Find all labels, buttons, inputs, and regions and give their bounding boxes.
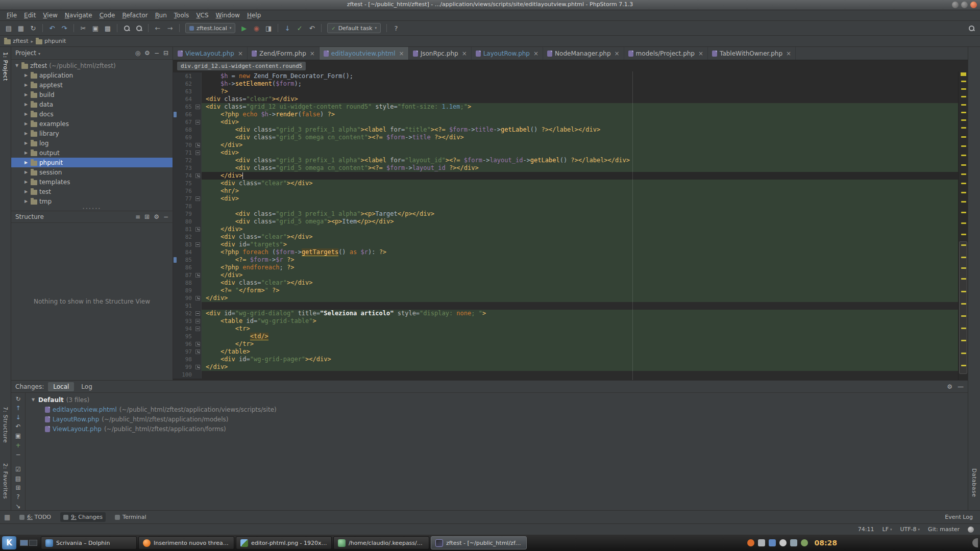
- warning-mark[interactable]: [961, 222, 966, 224]
- menu-run[interactable]: Run: [152, 11, 170, 20]
- code-line-81[interactable]: 81 </div>: [173, 226, 958, 233]
- menu-vcs[interactable]: VCS: [192, 11, 212, 20]
- fold-marker[interactable]: [194, 172, 201, 180]
- tray-display-icon[interactable]: [790, 539, 797, 546]
- tab-models-project-php[interactable]: models/Project.php×: [624, 47, 708, 60]
- help-icon[interactable]: ?: [390, 22, 402, 34]
- undo-icon[interactable]: ↶: [46, 22, 58, 34]
- tab-jsonrpc-php[interactable]: JsonRpc.php×: [409, 47, 472, 60]
- redo-icon[interactable]: ↷: [59, 22, 70, 34]
- menu-code[interactable]: Code: [96, 11, 119, 20]
- close-button[interactable]: [970, 2, 977, 8]
- code-line-65[interactable]: 65<div class="grid_12 ui-widget-content …: [173, 103, 958, 111]
- tab-nodemanager-php[interactable]: NodeManager.php×: [543, 47, 624, 60]
- task-phpstorm[interactable]: zftest - [~/public_html/zftest] - .../a: [431, 536, 527, 549]
- tree-item-log[interactable]: ▶log: [11, 138, 173, 148]
- code-line-69[interactable]: 69 <div class="grid_5 omega cn_content">…: [173, 134, 958, 141]
- tab-zend-form-php[interactable]: Zend/Form.php×: [248, 47, 320, 60]
- tab-layoutrow-php[interactable]: LayoutRow.php×: [472, 47, 543, 60]
- cut-icon[interactable]: ✂: [78, 22, 89, 34]
- code-line-64[interactable]: 64<div class="clear"></div>: [173, 95, 958, 103]
- task-select[interactable]: ✓Default task▾: [327, 23, 381, 33]
- code-line-84[interactable]: 84 <?php foreach ($form->getTargets() as…: [173, 248, 958, 256]
- code-line-76[interactable]: 76 <hr/>: [173, 187, 958, 195]
- revert-icon[interactable]: ↶: [13, 422, 23, 431]
- close-icon[interactable]: ×: [238, 50, 243, 57]
- fold-marker[interactable]: [194, 271, 201, 279]
- caret-position[interactable]: 74:11: [858, 526, 874, 533]
- expand-icon[interactable]: ⊞: [13, 484, 23, 492]
- hide-icon[interactable]: −: [154, 50, 159, 56]
- toolwindow-button-terminal[interactable]: Terminal: [112, 512, 150, 522]
- code-line-74[interactable]: 74 </div>: [173, 172, 958, 180]
- toolwindow-button-event-log[interactable]: Event Log: [942, 512, 976, 522]
- warning-mark[interactable]: [961, 88, 966, 90]
- hide-icon[interactable]: —: [958, 384, 964, 390]
- fold-marker[interactable]: [194, 141, 201, 149]
- commit-icon[interactable]: ✓: [294, 22, 305, 34]
- code-line-71[interactable]: 71 <div>: [173, 149, 958, 157]
- tree-item-phpunit[interactable]: ▶phpunit: [11, 158, 173, 167]
- task-keepass[interactable]: /home/claudio/.keepass/password: [333, 536, 429, 549]
- panel-splitter[interactable]: [11, 206, 173, 211]
- changed-file-viewlayout-php[interactable]: ViewLayout.php (~/public_html/zftest/app…: [29, 424, 968, 434]
- diff-icon[interactable]: ▣: [13, 432, 23, 440]
- fold-marker[interactable]: [194, 363, 201, 371]
- commit-changes-icon[interactable]: ☑: [13, 465, 23, 473]
- scrollbar-thumb[interactable]: [959, 241, 967, 374]
- code-line-93[interactable]: 93 <table id="wg-grid-table">: [173, 317, 958, 325]
- tree-item-output[interactable]: ▶output: [11, 148, 173, 158]
- tree-item-templates[interactable]: ▶templates: [11, 177, 173, 187]
- locate-icon[interactable]: ◎: [135, 50, 140, 56]
- pager-desktop-1[interactable]: [20, 540, 28, 546]
- fold-marker[interactable]: [194, 226, 201, 233]
- pager-desktop-2[interactable]: [29, 540, 37, 546]
- menu-window[interactable]: Window: [212, 11, 243, 20]
- settings-icon[interactable]: ⚙: [947, 384, 952, 390]
- menu-help[interactable]: Help: [243, 11, 264, 20]
- file-encoding[interactable]: UTF-8▾: [900, 526, 920, 533]
- run-configuration-select[interactable]: zftest.local▾: [185, 23, 235, 33]
- fold-marker[interactable]: [194, 241, 201, 248]
- search-everywhere-icon[interactable]: [966, 22, 977, 34]
- hide-icon[interactable]: −: [163, 214, 168, 220]
- refresh-icon[interactable]: ↻: [13, 395, 23, 403]
- changed-file-layoutrow-php[interactable]: LayoutRow.php (~/public_html/zftest/appl…: [29, 414, 968, 424]
- warning-mark[interactable]: [961, 173, 966, 175]
- warning-mark[interactable]: [961, 81, 966, 82]
- fold-marker[interactable]: [194, 149, 201, 157]
- nav-crumb-phpunit[interactable]: phpunit: [36, 38, 66, 44]
- new-changelist-icon[interactable]: +: [13, 441, 23, 449]
- code-line-100[interactable]: 100: [173, 371, 958, 379]
- warning-mark[interactable]: [961, 192, 966, 193]
- task-firefox[interactable]: Inserimento nuovo thread :: JetBrai: [138, 536, 234, 549]
- desktop-pager[interactable]: [18, 540, 39, 546]
- close-icon[interactable]: ×: [399, 50, 404, 57]
- update-icon[interactable]: ↓: [13, 413, 23, 421]
- debug-icon[interactable]: ◉: [251, 22, 262, 34]
- code-line-91[interactable]: 91: [173, 302, 958, 310]
- changes-tab-log[interactable]: Log: [76, 382, 97, 391]
- menu-edit[interactable]: Edit: [20, 11, 39, 20]
- vcs-branch[interactable]: Git: master: [928, 526, 960, 533]
- settings-icon[interactable]: ⚙: [154, 214, 159, 220]
- task-gwenview[interactable]: editor-phtml.png - 980x551 - 55%: [236, 536, 332, 549]
- fold-marker[interactable]: [194, 310, 201, 317]
- open-icon[interactable]: ▤: [3, 22, 14, 34]
- tree-item-docs[interactable]: ▶docs: [11, 109, 173, 119]
- close-icon[interactable]: ×: [698, 50, 703, 57]
- code-line-79[interactable]: 79 <div class="grid_3 prefix_1 alpha"><p…: [173, 210, 958, 218]
- forward-icon[interactable]: →: [164, 22, 176, 34]
- tray-app-icon[interactable]: [747, 539, 754, 546]
- toolwindow-button-database[interactable]: Database: [971, 465, 977, 500]
- changed-file-editlayoutview-phtml[interactable]: editlayoutview.phtml (~/public_html/zfte…: [29, 405, 968, 414]
- tree-item-data[interactable]: ▶data: [11, 99, 173, 109]
- preview-icon[interactable]: ↘: [13, 502, 23, 510]
- close-icon[interactable]: ×: [462, 50, 467, 57]
- tree-item-application[interactable]: ▶application: [11, 70, 173, 80]
- code-line-88[interactable]: 88 <div class="clear"></div>: [173, 279, 958, 287]
- fold-marker[interactable]: [194, 348, 201, 356]
- tab-editlayoutview-phtml[interactable]: editlayoutview.phtml×: [320, 47, 409, 60]
- expand-all-icon[interactable]: ⊞: [144, 214, 150, 220]
- close-icon[interactable]: ×: [615, 50, 620, 57]
